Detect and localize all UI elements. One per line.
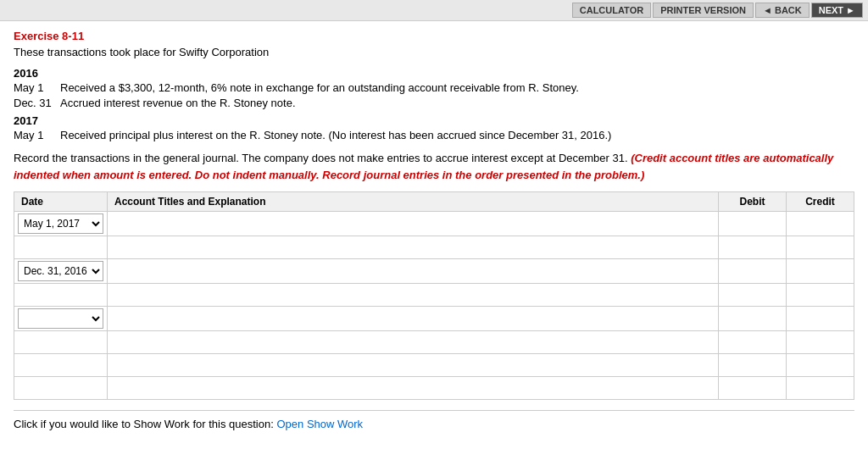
transaction-2017-1: May 1 Received principal plus interest o… [14,129,854,141]
year-2016-label: 2016 [14,67,854,80]
journal-table: Date Account Titles and Explanation Debi… [14,191,854,400]
date-select-2[interactable]: Dec. 31, 2016 May 1, 2017 May 1, 2016 [18,261,103,281]
debit-input-3-3[interactable] [722,356,782,374]
exercise-title: Exercise 8-11 [14,30,854,42]
instructions-plain: Record the transactions in the general j… [14,152,628,164]
col-header-debit: Debit [719,192,787,212]
credit-input-2-2[interactable] [790,285,850,304]
account-input-2-1[interactable] [111,262,715,280]
show-work-text: Click if you would like to Show Work for… [14,418,274,430]
credit-input-3-3[interactable] [790,356,850,374]
trans-2016-1-date: May 1 [14,81,60,94]
year-2017-label: 2017 [14,114,854,127]
back-button[interactable]: ◄ BACK [755,3,810,18]
top-nav-bar: CALCULATOR PRINTER VERSION ◄ BACK NEXT ► [0,0,868,21]
trans-2017-1-desc: Received principal plus interest on the … [60,129,854,141]
table-row [14,284,854,307]
table-row [14,331,854,354]
debit-input-3-2[interactable] [722,333,782,352]
trans-2016-2-date: Dec. 31 [14,97,60,109]
col-header-credit: Credit [787,192,854,212]
trans-2017-1-date: May 1 [14,129,60,141]
trans-2016-2-desc: Accrued interest revenue on the R. Stone… [60,97,854,109]
account-input-1-2[interactable] [111,238,715,257]
table-row: May 1, 2017 Dec. 31, 2016 May 1, 2016 [14,307,854,331]
account-input-2-2[interactable] [111,285,715,304]
instructions: Record the transactions in the general j… [14,150,854,183]
date-select-1[interactable]: May 1, 2017 Dec. 31, 2016 May 1, 2016 [18,213,103,234]
transaction-2016-2: Dec. 31 Accrued interest revenue on the … [14,97,854,109]
debit-input-3-4[interactable] [722,379,782,397]
debit-input-1-2[interactable] [722,238,782,257]
intro-text: These transactions took place for Swifty… [14,46,854,58]
date-select-3[interactable]: May 1, 2017 Dec. 31, 2016 May 1, 2016 [18,308,103,329]
next-button[interactable]: NEXT ► [811,3,863,18]
credit-input-3-4[interactable] [790,379,850,397]
table-row: Dec. 31, 2016 May 1, 2017 May 1, 2016 [14,259,854,284]
credit-input-3-1[interactable] [790,309,850,328]
calculator-button[interactable]: CALCULATOR [572,3,651,18]
debit-input-3-1[interactable] [722,309,782,328]
account-input-3-2[interactable] [111,333,715,352]
main-content: Exercise 8-11 These transactions took pl… [0,21,868,439]
account-input-3-4[interactable] [111,379,715,397]
debit-input-1-1[interactable] [722,214,782,233]
account-input-1-1[interactable] [111,214,715,233]
transaction-2016-1: May 1 Received a $3,300, 12-month, 6% no… [14,81,854,94]
table-row [14,377,854,400]
debit-input-2-1[interactable] [722,262,782,280]
col-header-date: Date [14,192,108,212]
credit-input-1-2[interactable] [790,238,850,257]
trans-2016-1-desc: Received a $3,300, 12-month, 6% note in … [60,81,854,94]
debit-input-2-2[interactable] [722,285,782,304]
printer-version-button[interactable]: PRINTER VERSION [653,3,754,18]
account-input-3-1[interactable] [111,309,715,328]
open-show-work-link[interactable]: Open Show Work [276,418,363,430]
credit-input-1-1[interactable] [790,214,850,233]
col-header-account: Account Titles and Explanation [108,192,719,212]
credit-input-3-2[interactable] [790,333,850,352]
show-work-section: Click if you would like to Show Work for… [14,410,854,430]
table-row: May 1, 2017 Dec. 31, 2016 May 1, 2016 [14,212,854,236]
credit-input-2-1[interactable] [790,262,850,280]
table-row [14,354,854,377]
account-input-3-3[interactable] [111,356,715,374]
table-row [14,236,854,259]
